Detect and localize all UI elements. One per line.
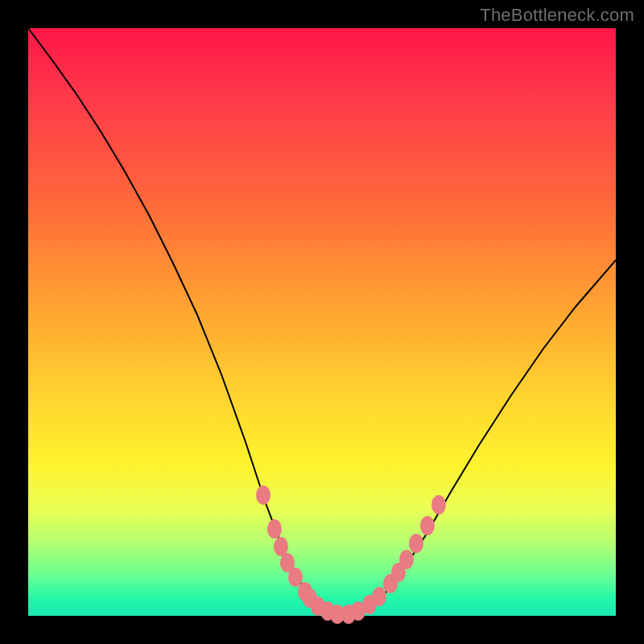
curve-svg: [28, 28, 616, 616]
marker-point: [431, 495, 446, 514]
marker-point: [420, 516, 435, 535]
marker-point: [256, 485, 270, 505]
marker-point: [288, 568, 303, 587]
marker-point: [267, 519, 282, 539]
watermark-text: TheBottleneck.com: [480, 5, 634, 26]
marker-point: [372, 587, 386, 606]
marker-point: [399, 550, 414, 569]
bottleneck-curve: [28, 28, 616, 614]
marker-point: [409, 534, 423, 553]
plot-area: [28, 28, 616, 616]
marker-group: [256, 485, 446, 624]
chart-frame: TheBottleneck.com: [0, 0, 644, 644]
